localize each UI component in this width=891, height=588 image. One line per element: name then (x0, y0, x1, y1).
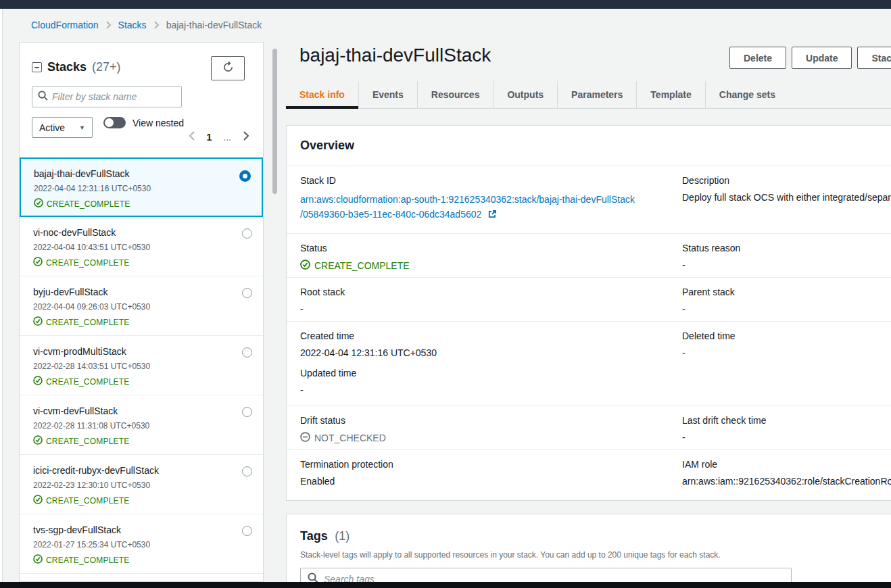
stack-filter-input[interactable] (52, 91, 176, 102)
breadcrumb-stacks[interactable]: Stacks (118, 20, 147, 30)
stacks-count: (27+) (92, 60, 121, 74)
breadcrumb-cloudformation[interactable]: CloudFormation (31, 20, 99, 30)
stack-radio[interactable] (242, 526, 252, 536)
scrollbar-thumb[interactable] (272, 49, 277, 194)
tab-events[interactable]: Events (358, 81, 417, 108)
created-time-value: 2022-04-04 12:31:16 UTC+0530 (300, 347, 682, 358)
root-stack-value: - (300, 303, 682, 314)
stack-list-item[interactable]: vi-noc-devFullStack 2022-04-04 10:43:51 … (20, 217, 263, 276)
collapse-panel-icon[interactable] (32, 62, 42, 72)
updated-time-value: - (300, 385, 682, 395)
stack-radio[interactable] (242, 288, 252, 298)
delete-button[interactable]: Delete (729, 47, 786, 69)
tags-title: Tags (300, 529, 328, 543)
description-value: Deploy full stack OCS with either integr… (682, 192, 891, 203)
view-nested-toggle[interactable] (103, 117, 126, 128)
description-label: Description (682, 175, 891, 186)
external-link-icon (487, 210, 497, 221)
stack-name: vi-cvm-devFullStack (33, 406, 236, 416)
stack-created-date: 2022-04-04 09:26:03 UTC+0530 (33, 302, 236, 312)
created-time-label: Created time (300, 330, 682, 341)
termination-protection-label: Termination protection (300, 459, 682, 470)
check-circle-icon (34, 198, 43, 210)
drift-status-text: NOT_CHECKED (314, 433, 386, 443)
stack-status-text: CREATE_COMPLETE (47, 199, 130, 209)
stack-detail-main: bajaj-thai-devFullStack Delete Update St… (286, 9, 891, 588)
stack-status: CREATE_COMPLETE (33, 435, 236, 447)
stack-status: CREATE_COMPLETE (33, 495, 236, 506)
tab-outputs[interactable]: Outputs (493, 81, 557, 108)
view-nested-label: View nested (133, 118, 184, 128)
stack-created-date: 2022-01-27 15:25:34 UTC+0530 (33, 540, 236, 549)
stack-detail-tabs: Stack info Events Resources Outputs Para… (286, 81, 891, 109)
stack-created-date: 2022-04-04 10:43:51 UTC+0530 (33, 243, 236, 252)
deleted-time-label: Deleted time (682, 330, 891, 341)
breadcrumb-current-stack: bajaj-thai-devFullStack (166, 20, 262, 30)
stack-status: CREATE_COMPLETE (33, 554, 236, 566)
stack-status-text: CREATE_COMPLETE (46, 318, 129, 327)
parent-stack-value: - (682, 303, 891, 314)
stack-radio[interactable] (242, 347, 252, 358)
page-number[interactable]: 1 (207, 132, 212, 143)
drift-status-label: Drift status (300, 415, 682, 426)
minus-circle-icon (300, 432, 310, 444)
stacks-pagination: 1 ... (189, 131, 249, 143)
stack-filter (32, 86, 182, 107)
stack-status: CREATE_COMPLETE (33, 316, 236, 328)
tags-card: Tags (1) Stack-level tags will apply to … (286, 514, 891, 588)
tags-count: (1) (335, 529, 350, 543)
stack-status: CREATE_COMPLETE (34, 198, 235, 210)
stacks-panel-header: Stacks (27+) (32, 60, 121, 74)
aws-top-navigation-bar (0, 0, 891, 9)
stack-name: vi-cvm-prodMultiStack (33, 346, 236, 357)
update-button[interactable]: Update (792, 47, 852, 69)
overview-row: Status CREATE_COMPLETE Status reason - (287, 234, 891, 278)
tab-resources[interactable]: Resources (417, 81, 493, 108)
tab-stack-info[interactable]: Stack info (286, 81, 358, 108)
last-drift-check-value: - (682, 432, 891, 443)
deleted-time-value: - (682, 347, 891, 358)
tab-parameters[interactable]: Parameters (557, 81, 636, 108)
overview-row: Root stack - Parent stack - (287, 278, 891, 322)
stack-id-link-line2[interactable]: /05849360-b3e5-11ec-840c-06dc34ad5602 (300, 209, 481, 220)
stack-radio[interactable] (242, 466, 252, 476)
stack-radio[interactable] (242, 407, 252, 417)
stack-status-filter-dropdown[interactable]: Active ▼ (32, 117, 93, 138)
overview-card: Overview Stack ID arn:aws:cloudformation… (286, 125, 891, 501)
stack-status-filter-value: Active (39, 122, 65, 133)
stack-id-label: Stack ID (300, 175, 682, 186)
stack-list-item[interactable]: byju-devFullStack 2022-04-04 09:26:03 UT… (20, 276, 263, 336)
stack-created-date: 2022-02-28 11:31:08 UTC+0530 (33, 421, 236, 431)
stack-name: vi-noc-devFullStack (33, 227, 236, 238)
status-reason-value: - (682, 260, 891, 270)
previous-page-icon[interactable] (189, 131, 195, 143)
stack-radio-selected[interactable] (239, 170, 251, 182)
check-circle-icon (33, 495, 43, 506)
drift-status-value: NOT_CHECKED (300, 432, 682, 444)
status-label: Status (300, 243, 682, 253)
stack-radio[interactable] (242, 228, 252, 239)
stack-id-link-line1[interactable]: arn:aws:cloudformation:ap-south-1:921625… (300, 194, 635, 205)
toggle-knob (105, 118, 114, 127)
chevron-right-icon (105, 21, 112, 29)
refresh-button[interactable] (211, 56, 245, 80)
stack-list-item[interactable]: bajaj-thai-devFullStack 2022-04-04 12:31… (20, 157, 263, 217)
tab-change-sets[interactable]: Change sets (705, 81, 789, 108)
stack-action-buttons: Delete Update Stack actions (729, 47, 891, 69)
stack-status-text: CREATE_COMPLETE (46, 496, 129, 506)
stack-list: bajaj-thai-devFullStack 2022-04-04 12:31… (20, 157, 263, 574)
next-page-icon[interactable] (243, 131, 249, 143)
stack-name: tvs-sgp-devFullStack (33, 524, 236, 535)
stack-actions-button[interactable]: Stack actions (857, 47, 891, 69)
status-text: CREATE_COMPLETE (314, 260, 410, 271)
stacks-panel: Stacks (27+) Active ▼ View nested 1 ... … (19, 42, 264, 582)
stack-name: bajaj-thai-devFullStack (34, 168, 235, 179)
stack-list-item[interactable]: vi-cvm-devFullStack 2022-02-28 11:31:08 … (20, 395, 263, 455)
stack-list-item[interactable]: tvs-sgp-devFullStack 2022-01-27 15:25:34… (20, 514, 263, 574)
stack-list-item[interactable]: icici-credit-rubyx-devFullStack 2022-02-… (20, 455, 263, 514)
stack-name: icici-credit-rubyx-devFullStack (33, 465, 236, 476)
stack-status: CREATE_COMPLETE (33, 257, 236, 268)
stack-list-item[interactable]: vi-cvm-prodMultiStack 2022-02-28 14:03:5… (20, 336, 263, 395)
tab-template[interactable]: Template (636, 81, 704, 108)
check-circle-icon (33, 316, 43, 328)
